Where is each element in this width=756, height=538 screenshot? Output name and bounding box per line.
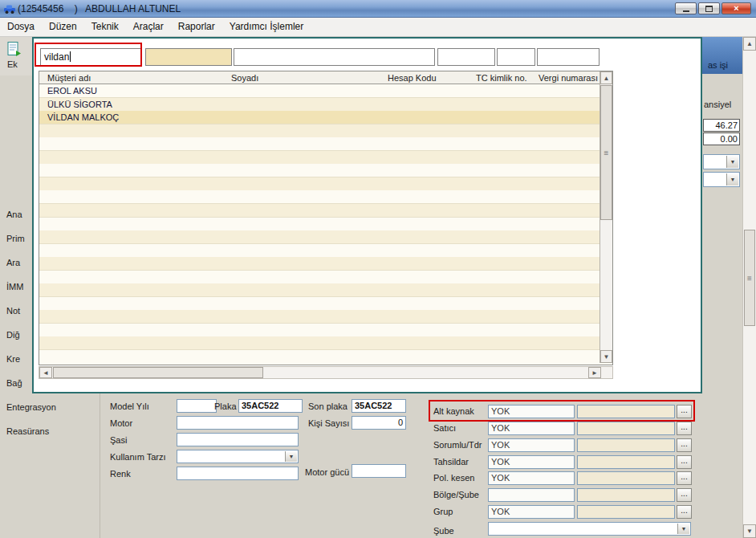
sidebar-item-9[interactable]: Entegrasyon [6,402,56,412]
col-hesap-kodu[interactable]: Hesap Kodu [388,73,437,83]
minimize-button[interactable] [675,2,697,14]
dropdown-icon[interactable]: ▼ [677,524,689,534]
source-desc-field[interactable] [577,505,675,519]
sidebar-item-6[interactable]: Diğ [6,330,20,340]
source-desc-field[interactable] [577,471,675,485]
table-hscrollbar[interactable]: ◄ ► [39,366,613,379]
source-desc-field[interactable] [577,422,675,435]
scrollbar-thumb[interactable]: ≡ [744,230,755,326]
filter-input-4[interactable] [437,48,495,66]
dropdown-icon[interactable]: ▼ [726,156,738,168]
plaka-field[interactable]: 35AC522 [238,399,303,413]
source-value-field[interactable]: YOK [488,422,575,435]
table-row[interactable] [39,283,600,297]
sasi-field[interactable] [177,433,299,446]
amount-field-bottom[interactable]: 0.00 [703,132,740,145]
menu-item-2[interactable]: Düzen [42,18,84,36]
table-row[interactable] [39,124,600,138]
table-row[interactable] [39,218,600,231]
ellipsis-button[interactable]: ... [677,455,692,469]
sube-combo[interactable]: ▼ [488,522,691,536]
table-row[interactable] [39,230,600,244]
ellipsis-button[interactable]: ... [677,471,692,485]
table-row[interactable]: EROL AKSU [39,84,600,98]
menu-item-5[interactable]: Raporlar [171,18,222,36]
table-scroll-down-button[interactable]: ▼ [600,350,612,363]
scroll-right-button[interactable]: ► [588,367,601,378]
filter-input-5[interactable] [497,48,535,66]
main-scrollbar[interactable]: ▲ ≡ ▼ [742,37,756,538]
sidebar-item-5[interactable]: Not [6,306,20,316]
table-row[interactable] [39,350,600,363]
ellipsis-button[interactable]: ... [677,422,692,435]
renk-field[interactable] [177,467,299,480]
table-row[interactable] [39,177,600,191]
source-desc-field[interactable] [577,455,675,469]
kullanim-tarzi-combo[interactable]: ▼ [177,450,299,463]
filter-input-3[interactable] [234,48,435,66]
source-value-field[interactable]: YOK [488,455,575,469]
sidebar-item-8[interactable]: Bağ [6,378,22,388]
menu-item-1[interactable]: Dosya [0,18,42,36]
table-row[interactable] [39,257,600,271]
source-value-field[interactable]: YOK [488,471,575,485]
table-row[interactable] [39,151,600,165]
sidebar-item-10[interactable]: Reasürans [6,426,49,436]
col-musteri-adi[interactable]: Müşteri adı [47,73,91,83]
table-row[interactable] [39,297,600,311]
table-row[interactable]: ÜLKÜ SİGORTA [39,98,600,112]
motor-gucu-field[interactable] [352,464,406,478]
table-scrollbar-thumb[interactable]: ≡ [600,85,612,220]
maximize-button[interactable] [698,2,720,14]
ellipsis-button[interactable]: ... [677,505,692,519]
col-tc-kimlik[interactable]: TC kimlik no. [476,73,527,83]
table-row[interactable] [39,324,600,337]
table-row[interactable] [39,137,600,151]
toolbar-left-label[interactable]: Ek [7,59,18,69]
motor-field[interactable] [177,416,299,430]
source-value-field[interactable] [488,488,575,502]
col-soyadi[interactable]: Soyadı [231,73,258,83]
table-scroll-up-button[interactable]: ▲ [600,71,612,84]
scroll-down-button[interactable]: ▼ [743,524,756,538]
scroll-up-button[interactable]: ▲ [743,37,756,51]
table-row[interactable]: VİLDAN MALKOÇ [39,111,600,124]
menu-item-4[interactable]: Araçlar [126,18,171,36]
table-row[interactable] [39,164,600,177]
table-row[interactable] [39,310,600,324]
sidebar-item-2[interactable]: Prim [6,234,25,243]
source-desc-field[interactable] [577,438,675,452]
table-row[interactable] [39,204,600,218]
hscrollbar-thumb[interactable] [53,367,263,378]
menu-item-3[interactable]: Teknik [84,18,126,36]
source-value-field[interactable]: YOK [488,438,575,452]
combo-fragment-2[interactable]: ▼ [703,172,740,187]
kisi-sayisi-field[interactable]: 0 [352,416,406,430]
lookup-table-body: EROL AKSUÜLKÜ SİGORTAVİLDAN MALKOÇ [39,84,600,363]
col-vergi-numarasi[interactable]: Vergi numarası [539,73,598,83]
source-value-field[interactable]: YOK [488,505,575,519]
sidebar-item-1[interactable]: Ana [6,210,22,219]
scroll-left-button[interactable]: ◄ [39,367,52,378]
filter-surname-input[interactable] [145,48,232,66]
close-button[interactable]: × [721,2,751,14]
sidebar-item-4[interactable]: İMM [6,282,23,291]
dropdown-icon[interactable]: ▼ [726,173,738,185]
menu-item-6[interactable]: Yardımcı İşlemler [222,18,311,36]
table-row[interactable] [39,244,600,258]
dropdown-icon[interactable]: ▼ [285,451,297,462]
sidebar-item-7[interactable]: Kre [6,354,20,364]
combo-fragment-1[interactable]: ▼ [703,154,740,169]
amount-field-top[interactable]: 46.27 [703,119,740,132]
son-plaka-field[interactable]: 35AC522 [352,399,406,413]
table-row[interactable] [39,190,600,204]
table-row[interactable] [39,271,600,284]
sidebar-item-3[interactable]: Ara [6,258,20,267]
source-desc-field[interactable] [577,488,675,502]
table-scrollbar[interactable]: ▲ ≡ ▼ [600,71,612,363]
filter-input-6[interactable] [537,48,600,66]
ellipsis-button[interactable]: ... [677,488,692,502]
model-yili-field[interactable] [177,399,217,413]
ellipsis-button[interactable]: ... [677,438,692,452]
table-row[interactable] [39,336,600,350]
